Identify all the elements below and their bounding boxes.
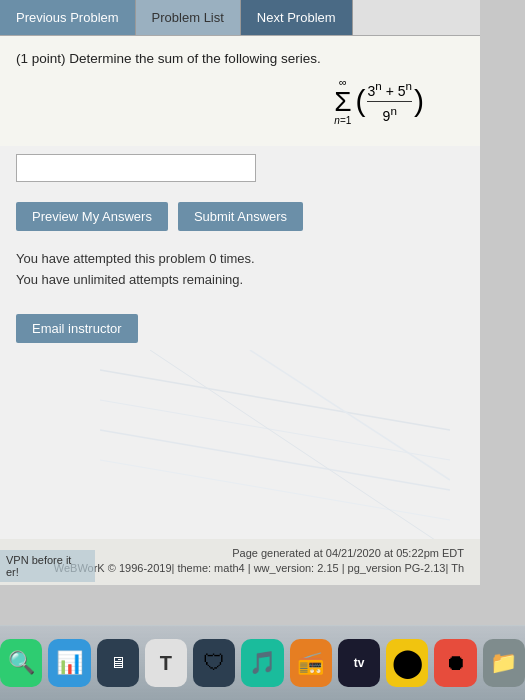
problem-points: (1 point) [16,51,66,66]
podcast-icon[interactable]: 📻 [290,639,332,687]
nav-bar: Previous Problem Problem List Next Probl… [0,0,480,36]
summation: ∞ Σ n=1 ( 3n + 5n 9n ) [334,77,424,126]
prev-problem-button[interactable]: Previous Problem [0,0,136,35]
answer-input-area [0,146,480,190]
paren-expr: ( 3n + 5n 9n ) [355,78,424,125]
attempt-line2: You have unlimited attempts remaining. [16,270,464,291]
action-buttons: Preview My Answers Submit Answers [0,190,480,241]
music-icon[interactable]: 🎵 [241,639,283,687]
sigma-bottom: n=1 [334,116,351,126]
finder-icon[interactable]: 🔍 [0,639,42,687]
dock: 🔍 📊 🖥 T 🛡 🎵 📻 tv ⬤ ⏺ 📁 [0,625,525,700]
attempt-line1: You have attempted this problem 0 times. [16,249,464,270]
sigma-wrapper: ∞ Σ n=1 [334,77,351,126]
fraction-denominator: 9n [383,102,397,125]
circle-icon[interactable]: ⬤ [386,639,428,687]
problem-text: Determine the sum of the following serie… [69,51,320,66]
main-content: Previous Problem Problem List Next Probl… [0,0,480,560]
chart-icon[interactable]: 📊 [48,639,90,687]
problem-statement: (1 point) Determine the sum of the follo… [16,50,464,69]
sigma-symbol: Σ [334,88,351,116]
preview-answers-button[interactable]: Preview My Answers [16,202,168,231]
record-icon[interactable]: ⏺ [434,639,476,687]
fraction-numerator: 3n + 5n [367,78,412,102]
text-icon[interactable]: T [145,639,187,687]
problem-list-button[interactable]: Problem List [136,0,241,35]
answer-input[interactable] [16,154,256,182]
attempt-info: You have attempted this problem 0 times.… [0,241,480,299]
side-panel-line1: VPN before it [6,554,89,566]
monitor-icon[interactable]: 🖥 [97,639,139,687]
next-problem-button[interactable]: Next Problem [241,0,353,35]
side-panel: VPN before it er! [0,550,95,582]
submit-answers-button[interactable]: Submit Answers [178,202,303,231]
email-instructor-button[interactable]: Email instructor [16,314,138,343]
folder-icon[interactable]: 📁 [483,639,525,687]
left-paren: ( [355,86,365,116]
fraction: 3n + 5n 9n [367,78,412,125]
tv-label[interactable]: tv [338,639,380,687]
problem-area: (1 point) Determine the sum of the follo… [0,36,480,146]
shield-icon[interactable]: 🛡 [193,639,235,687]
right-paren: ) [414,86,424,116]
side-panel-line2: er! [6,566,89,578]
math-formula: ∞ Σ n=1 ( 3n + 5n 9n ) [16,77,424,126]
email-section: Email instructor [0,298,480,359]
